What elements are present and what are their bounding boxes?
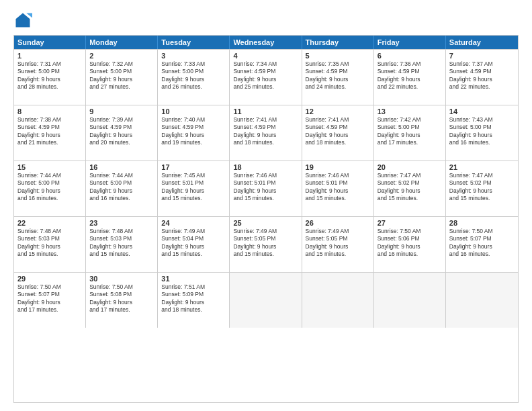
- sunrise: Sunrise: 7:47 AM: [449, 172, 515, 179]
- daylight-minutes: and 15 minutes.: [233, 195, 298, 202]
- daylight-minutes: and 22 minutes.: [449, 83, 515, 91]
- sunset: Sunset: 5:00 PM: [17, 68, 82, 75]
- sunset: Sunset: 5:06 PM: [378, 235, 442, 242]
- calendar-cell: 3 Sunrise: 7:33 AM Sunset: 5:00 PM Dayli…: [158, 50, 230, 105]
- sunset: Sunset: 5:05 PM: [306, 235, 370, 242]
- page: SundayMondayTuesdayWednesdayThursdayFrid…: [0, 0, 532, 411]
- sunrise: Sunrise: 7:45 AM: [161, 172, 226, 179]
- sunrise: Sunrise: 7:32 AM: [89, 60, 154, 68]
- sunset: Sunset: 4:59 PM: [306, 124, 370, 131]
- daylight-minutes: and 16 minutes.: [449, 139, 515, 146]
- sunset: Sunset: 4:59 PM: [17, 124, 82, 131]
- sunrise: Sunrise: 7:31 AM: [17, 60, 82, 68]
- daylight-hours: Daylight: 9 hours: [17, 187, 82, 195]
- day-number: 2: [89, 52, 154, 60]
- sunset: Sunset: 5:00 PM: [89, 68, 154, 75]
- day-number: 10: [161, 107, 226, 116]
- sunrise: Sunrise: 7:33 AM: [161, 60, 226, 68]
- day-number: 12: [306, 107, 370, 116]
- sunrise: Sunrise: 7:41 AM: [233, 116, 298, 124]
- sunset: Sunset: 5:00 PM: [17, 179, 82, 187]
- calendar-cell: 14 Sunrise: 7:43 AM Sunset: 5:00 PM Dayl…: [446, 105, 518, 161]
- daylight-hours: Daylight: 9 hours: [161, 299, 226, 306]
- daylight-minutes: and 18 minutes.: [161, 306, 226, 314]
- sunrise: Sunrise: 7:48 AM: [89, 228, 154, 235]
- calendar-cell: 29 Sunrise: 7:50 AM Sunset: 5:07 PM Dayl…: [14, 273, 86, 328]
- daylight-hours: Daylight: 9 hours: [306, 187, 370, 195]
- day-header-monday: Monday: [86, 36, 158, 49]
- calendar-cell: 12 Sunrise: 7:41 AM Sunset: 4:59 PM Dayl…: [302, 105, 374, 161]
- daylight-hours: Daylight: 9 hours: [306, 243, 370, 250]
- sunrise: Sunrise: 7:37 AM: [449, 60, 515, 68]
- day-number: 5: [306, 52, 370, 60]
- daylight-hours: Daylight: 9 hours: [306, 132, 370, 139]
- sunset: Sunset: 4:59 PM: [449, 68, 515, 75]
- daylight-minutes: and 16 minutes.: [378, 250, 442, 258]
- sunset: Sunset: 5:01 PM: [233, 179, 298, 187]
- day-number: 15: [17, 163, 82, 171]
- calendar-cell: 31 Sunrise: 7:51 AM Sunset: 5:09 PM Dayl…: [158, 273, 230, 328]
- daylight-minutes: and 19 minutes.: [161, 139, 226, 146]
- sunrise: Sunrise: 7:34 AM: [233, 60, 298, 68]
- daylight-minutes: and 25 minutes.: [233, 83, 298, 91]
- calendar-cell: 7 Sunrise: 7:37 AM Sunset: 4:59 PM Dayli…: [446, 50, 518, 105]
- daylight-minutes: and 21 minutes.: [17, 139, 82, 146]
- calendar-cell: 22 Sunrise: 7:48 AM Sunset: 5:03 PM Dayl…: [14, 217, 86, 272]
- sunrise: Sunrise: 7:51 AM: [161, 283, 226, 291]
- calendar-cell: 26 Sunrise: 7:49 AM Sunset: 5:05 PM Dayl…: [302, 217, 374, 272]
- day-number: 26: [306, 219, 370, 227]
- sunset: Sunset: 4:59 PM: [233, 124, 298, 131]
- sunrise: Sunrise: 7:49 AM: [161, 228, 226, 235]
- daylight-minutes: and 17 minutes.: [89, 306, 154, 314]
- daylight-hours: Daylight: 9 hours: [89, 299, 154, 306]
- sunrise: Sunrise: 7:48 AM: [17, 228, 82, 235]
- day-header-sunday: Sunday: [14, 36, 86, 49]
- daylight-hours: Daylight: 9 hours: [449, 132, 515, 139]
- sunrise: Sunrise: 7:42 AM: [378, 116, 442, 124]
- daylight-minutes: and 16 minutes.: [17, 195, 82, 202]
- logo: [13, 11, 35, 30]
- calendar-cell: 6 Sunrise: 7:36 AM Sunset: 4:59 PM Dayli…: [374, 50, 446, 105]
- sunrise: Sunrise: 7:50 AM: [89, 283, 154, 291]
- calendar-week-1: 1 Sunrise: 7:31 AM Sunset: 5:00 PM Dayli…: [14, 49, 518, 105]
- day-number: 8: [17, 107, 82, 116]
- calendar-cell: 19 Sunrise: 7:46 AM Sunset: 5:01 PM Dayl…: [302, 161, 374, 216]
- daylight-minutes: and 27 minutes.: [89, 83, 154, 91]
- calendar-cell: 11 Sunrise: 7:41 AM Sunset: 4:59 PM Dayl…: [230, 105, 302, 161]
- daylight-minutes: and 15 minutes.: [306, 195, 370, 202]
- calendar-cell: 17 Sunrise: 7:45 AM Sunset: 5:01 PM Dayl…: [158, 161, 230, 216]
- daylight-hours: Daylight: 9 hours: [17, 243, 82, 250]
- daylight-minutes: and 18 minutes.: [233, 139, 298, 146]
- calendar-cell: 9 Sunrise: 7:39 AM Sunset: 4:59 PM Dayli…: [86, 105, 158, 161]
- day-number: 23: [89, 219, 154, 227]
- sunset: Sunset: 5:01 PM: [306, 179, 370, 187]
- sunrise: Sunrise: 7:49 AM: [233, 228, 298, 235]
- daylight-hours: Daylight: 9 hours: [233, 243, 298, 250]
- daylight-minutes: and 26 minutes.: [161, 83, 226, 91]
- header: [13, 11, 519, 30]
- daylight-hours: Daylight: 9 hours: [233, 132, 298, 139]
- calendar-cell: 2 Sunrise: 7:32 AM Sunset: 5:00 PM Dayli…: [86, 50, 158, 105]
- sunset: Sunset: 5:02 PM: [449, 179, 515, 187]
- day-number: 27: [378, 219, 442, 227]
- daylight-hours: Daylight: 9 hours: [233, 187, 298, 195]
- sunset: Sunset: 5:07 PM: [17, 291, 82, 298]
- sunset: Sunset: 5:02 PM: [378, 179, 442, 187]
- sunrise: Sunrise: 7:44 AM: [17, 172, 82, 179]
- calendar-cell: 20 Sunrise: 7:47 AM Sunset: 5:02 PM Dayl…: [374, 161, 446, 216]
- sunset: Sunset: 5:03 PM: [89, 235, 154, 242]
- daylight-hours: Daylight: 9 hours: [449, 243, 515, 250]
- day-number: 20: [378, 163, 442, 171]
- calendar-week-4: 22 Sunrise: 7:48 AM Sunset: 5:03 PM Dayl…: [14, 216, 518, 272]
- day-header-wednesday: Wednesday: [230, 36, 302, 49]
- calendar-cell: 5 Sunrise: 7:35 AM Sunset: 4:59 PM Dayli…: [302, 50, 374, 105]
- daylight-hours: Daylight: 9 hours: [161, 243, 226, 250]
- sunset: Sunset: 4:59 PM: [161, 124, 226, 131]
- daylight-hours: Daylight: 9 hours: [89, 132, 154, 139]
- calendar-cell: 23 Sunrise: 7:48 AM Sunset: 5:03 PM Dayl…: [86, 217, 158, 272]
- daylight-hours: Daylight: 9 hours: [378, 132, 442, 139]
- calendar-cell: 16 Sunrise: 7:44 AM Sunset: 5:00 PM Dayl…: [86, 161, 158, 216]
- sunrise: Sunrise: 7:39 AM: [89, 116, 154, 124]
- daylight-minutes: and 28 minutes.: [17, 83, 82, 91]
- calendar-cell: [302, 273, 374, 328]
